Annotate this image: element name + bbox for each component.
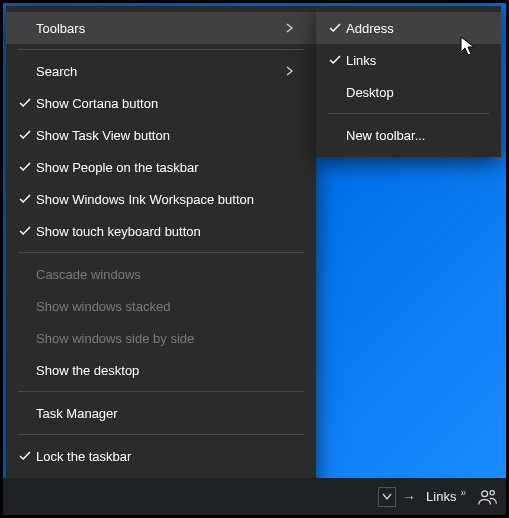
menu-label: Show Windows Ink Workspace button: [36, 192, 302, 207]
menu-separator: [18, 252, 304, 253]
submenu-item-desktop[interactable]: Desktop: [316, 76, 501, 108]
taskbar-context-menu: Toolbars Search Show Cortana button Show…: [6, 6, 316, 510]
menu-item-lock-taskbar[interactable]: Lock the taskbar: [6, 440, 316, 472]
check-icon: [14, 161, 36, 173]
chevron-down-icon: [382, 493, 392, 501]
svg-point-0: [482, 490, 488, 496]
menu-separator: [18, 49, 304, 50]
menu-item-show-cortana[interactable]: Show Cortana button: [6, 87, 316, 119]
menu-label: Show touch keyboard button: [36, 224, 302, 239]
menu-item-show-desktop[interactable]: Show the desktop: [6, 354, 316, 386]
menu-item-show-touch-keyboard[interactable]: Show touch keyboard button: [6, 215, 316, 247]
check-icon: [324, 22, 346, 34]
double-chevron-icon[interactable]: »: [460, 487, 466, 498]
menu-item-stacked: Show windows stacked: [6, 290, 316, 322]
menu-label: Lock the taskbar: [36, 449, 302, 464]
submenu-arrow-icon: [286, 66, 302, 76]
people-icon[interactable]: [476, 485, 500, 509]
check-icon: [324, 54, 346, 66]
menu-label: Show Task View button: [36, 128, 302, 143]
check-icon: [14, 129, 36, 141]
menu-label: Cascade windows: [36, 267, 302, 282]
taskbar-links-toolbar-label[interactable]: Links: [426, 489, 456, 504]
menu-label: Desktop: [346, 85, 487, 100]
menu-item-toolbars[interactable]: Toolbars: [6, 12, 316, 44]
check-icon: [14, 97, 36, 109]
menu-label: Task Manager: [36, 406, 302, 421]
menu-label: Show People on the taskbar: [36, 160, 302, 175]
menu-label: Address: [346, 21, 487, 36]
menu-label: New toolbar...: [346, 128, 487, 143]
submenu-arrow-icon: [286, 23, 302, 33]
menu-separator: [328, 113, 489, 114]
menu-label: Toolbars: [36, 21, 286, 36]
menu-label: Links: [346, 53, 487, 68]
submenu-item-address[interactable]: Address: [316, 12, 501, 44]
menu-label: Show windows stacked: [36, 299, 302, 314]
svg-point-1: [490, 490, 494, 494]
taskbar[interactable]: → Links »: [3, 478, 506, 515]
menu-item-side-by-side: Show windows side by side: [6, 322, 316, 354]
menu-label: Show windows side by side: [36, 331, 302, 346]
check-icon: [14, 450, 36, 462]
submenu-item-new-toolbar[interactable]: New toolbar...: [316, 119, 501, 151]
menu-item-show-ink[interactable]: Show Windows Ink Workspace button: [6, 183, 316, 215]
menu-item-cascade: Cascade windows: [6, 258, 316, 290]
menu-item-search[interactable]: Search: [6, 55, 316, 87]
menu-item-task-manager[interactable]: Task Manager: [6, 397, 316, 429]
check-icon: [14, 193, 36, 205]
menu-label: Show Cortana button: [36, 96, 302, 111]
menu-label: Show the desktop: [36, 363, 302, 378]
menu-label: Search: [36, 64, 286, 79]
menu-separator: [18, 434, 304, 435]
toolbars-submenu: Address Links Desktop New toolbar...: [316, 6, 501, 157]
menu-separator: [18, 391, 304, 392]
check-icon: [14, 225, 36, 237]
go-arrow-icon[interactable]: →: [402, 489, 416, 505]
menu-item-show-task-view[interactable]: Show Task View button: [6, 119, 316, 151]
address-dropdown[interactable]: [378, 487, 396, 507]
submenu-item-links[interactable]: Links: [316, 44, 501, 76]
menu-item-show-people[interactable]: Show People on the taskbar: [6, 151, 316, 183]
